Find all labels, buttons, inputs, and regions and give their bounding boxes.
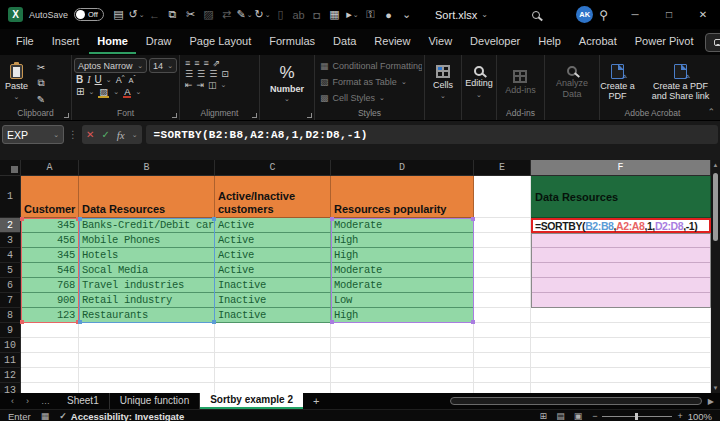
merge-center-icon[interactable]: ◫ <box>208 80 216 90</box>
cell-A12[interactable] <box>21 368 79 383</box>
cell-B4[interactable]: Hotels <box>79 248 215 263</box>
undo-icon[interactable]: ↺⌄ <box>128 5 145 25</box>
row-header-4[interactable]: 4 <box>0 248 21 263</box>
accessibility-status[interactable]: ✓ Accessibility: Investigate <box>59 411 184 421</box>
document-title[interactable]: Sort.xlsx ⌄ <box>435 9 488 21</box>
horizontal-scrollbar[interactable] <box>450 397 702 405</box>
copy-icon[interactable]: ⧉ <box>164 5 181 25</box>
cell-C1[interactable]: Active/Inactive customers <box>215 176 331 218</box>
cell-B5[interactable]: Socal Media <box>79 263 215 278</box>
wrap-text-icon[interactable]: ⊡ <box>221 69 228 79</box>
cell-F7[interactable] <box>531 293 711 308</box>
cell-D6[interactable]: Moderate <box>331 278 474 293</box>
cell-F13[interactable] <box>531 383 711 393</box>
row-header-5[interactable]: 5 <box>0 263 21 278</box>
cell-C6[interactable]: Inactive <box>215 278 331 293</box>
cell-D3[interactable]: High <box>331 233 474 248</box>
ribbon-tab-page-layout[interactable]: Page Layout <box>181 31 259 54</box>
avatar[interactable]: AK <box>576 6 593 23</box>
orientation-icon[interactable]: ⇗ <box>213 58 220 68</box>
cell-D2[interactable]: Moderate <box>331 218 474 233</box>
cell-D8[interactable]: High <box>331 308 474 323</box>
dialog-launcher-icon[interactable] <box>172 113 177 118</box>
align-center-icon[interactable]: ☰ <box>197 69 204 79</box>
row-header-3[interactable]: 3 <box>0 233 21 248</box>
cell-C10[interactable] <box>215 338 331 353</box>
cell-B2[interactable]: Banks-Credit/Debit car <box>79 218 215 233</box>
cell-A10[interactable] <box>21 338 79 353</box>
zoom-in-icon[interactable]: + <box>677 411 682 421</box>
row-header-6[interactable]: 6 <box>0 278 21 293</box>
cell-B10[interactable] <box>79 338 215 353</box>
cell-B6[interactable]: Travel industries <box>79 278 215 293</box>
comments-button[interactable]: Comments <box>705 33 720 52</box>
sheet-list-icon[interactable]: … <box>36 396 55 406</box>
cell-E2[interactable] <box>474 218 531 233</box>
cell-D10[interactable] <box>331 338 474 353</box>
ribbon-tab-acrobat[interactable]: Acrobat <box>571 31 625 54</box>
grow-font-button[interactable]: A^ <box>116 74 125 85</box>
column-header-F[interactable]: F <box>531 160 711 176</box>
cell-E8[interactable] <box>474 308 531 323</box>
cell-B9[interactable] <box>79 323 215 338</box>
cell-A6[interactable]: 768 <box>21 278 79 293</box>
format-painter-icon[interactable]: ✎⌄ <box>236 5 253 25</box>
cell-E13[interactable] <box>474 383 531 393</box>
scroll-down-icon[interactable]: ▼ <box>713 383 719 393</box>
cell-C2[interactable]: Active <box>215 218 331 233</box>
name-box[interactable]: EXP ⌄ <box>2 125 64 144</box>
cell-B1[interactable]: Data Resources <box>79 176 215 218</box>
row-header-13[interactable]: 13 <box>0 383 21 393</box>
cell-E9[interactable] <box>474 323 531 338</box>
cell-C8[interactable]: Inactive <box>215 308 331 323</box>
cell-A8[interactable]: 123 <box>21 308 79 323</box>
italic-button[interactable]: I <box>87 74 90 85</box>
cells-button[interactable]: Cells ⌄ <box>430 58 456 107</box>
vertical-scroll-thumb[interactable] <box>713 173 718 241</box>
collapse-ribbon-icon[interactable]: ⌃ <box>707 107 720 120</box>
cell-A5[interactable]: 546 <box>21 263 79 278</box>
chevron-down-icon[interactable]: ⌄ <box>106 76 112 84</box>
cell-B7[interactable]: Retail industry <box>79 293 215 308</box>
cell-B3[interactable]: Mobile Phones <box>79 233 215 248</box>
scroll-up-icon[interactable]: ▲ <box>713 160 719 170</box>
cell-styles-button[interactable]: ▩ Cell Styles⌄ <box>320 90 422 105</box>
sheet-tab-sheet1[interactable]: Sheet1 <box>57 393 110 409</box>
cell-F4[interactable] <box>531 248 711 263</box>
row-header-11[interactable]: 11 <box>0 353 21 368</box>
permissions-icon[interactable]: ⚿ <box>362 5 379 25</box>
select-all-button[interactable] <box>0 160 21 176</box>
font-color-button[interactable]: A <box>123 86 131 97</box>
column-header-D[interactable]: D <box>331 160 474 176</box>
cell-F3[interactable] <box>531 233 711 248</box>
align-left-icon[interactable]: ☰ <box>185 69 192 79</box>
font-size-combo[interactable]: 14⌄ <box>149 58 177 73</box>
cell-F1[interactable]: Data Resources <box>531 176 711 218</box>
dialog-launcher-icon[interactable] <box>307 113 312 118</box>
ribbon-tab-draw[interactable]: Draw <box>138 31 180 54</box>
zoom-slider[interactable] <box>602 416 672 417</box>
cell-D4[interactable]: High <box>331 248 474 263</box>
cell-D7[interactable]: Low <box>331 293 474 308</box>
cell-A4[interactable]: 345 <box>21 248 79 263</box>
ribbon-tab-power-pivot[interactable]: Power Pivot <box>627 31 702 54</box>
column-header-C[interactable]: C <box>215 160 331 176</box>
cell-D5[interactable]: Moderate <box>331 263 474 278</box>
align-right-icon[interactable]: ☰ <box>209 69 216 79</box>
autosave-toggle[interactable]: Off <box>74 8 104 21</box>
copy-icon[interactable]: ⧉ <box>33 76 49 90</box>
cell-A9[interactable] <box>21 323 79 338</box>
sheet-tab-unique-function[interactable]: Unique function <box>110 393 201 409</box>
cell-C3[interactable]: Active <box>215 233 331 248</box>
cell-C13[interactable] <box>215 383 331 393</box>
ribbon-tab-file[interactable]: File <box>8 31 42 54</box>
active-cell-F2-formula[interactable]: =SORTBY(B2:B8,A2:A8,1,D2:D8,-1) <box>531 218 711 233</box>
normal-view-icon[interactable]: ⊞ <box>540 411 548 421</box>
cell-E7[interactable] <box>474 293 531 308</box>
align-top-icon[interactable]: ≡ <box>185 58 189 68</box>
cell-F6[interactable] <box>531 278 711 293</box>
enter-icon[interactable]: ✓ <box>101 129 109 140</box>
next-sheet-icon[interactable]: › <box>21 396 34 406</box>
cell-D11[interactable] <box>331 353 474 368</box>
cell-E11[interactable] <box>474 353 531 368</box>
